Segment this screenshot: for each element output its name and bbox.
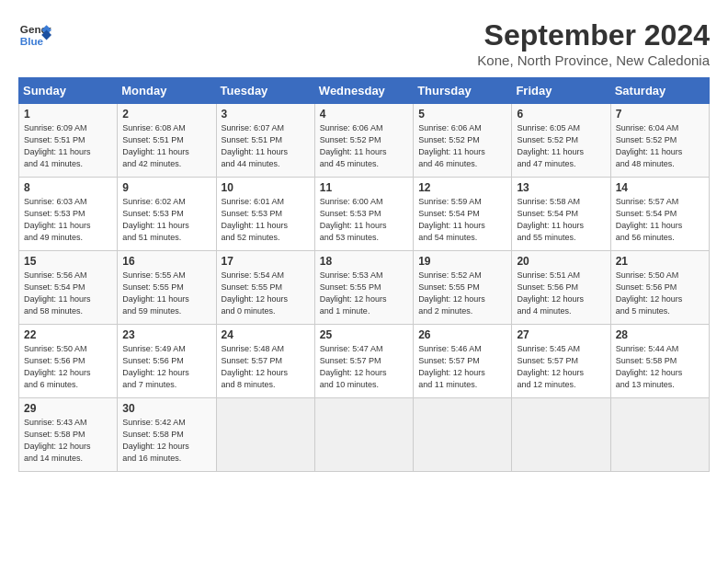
- day-info: Sunrise: 6:06 AM Sunset: 5:52 PM Dayligh…: [320, 122, 408, 170]
- header: General Blue General Blue September 2024…: [18, 18, 710, 68]
- svg-text:Blue: Blue: [20, 35, 44, 47]
- day-info: Sunrise: 6:04 AM Sunset: 5:52 PM Dayligh…: [616, 122, 704, 170]
- day-info: Sunrise: 5:59 AM Sunset: 5:54 PM Dayligh…: [418, 196, 506, 244]
- calendar-day-cell: 15Sunrise: 5:56 AM Sunset: 5:54 PM Dayli…: [19, 251, 118, 325]
- day-info: Sunrise: 5:46 AM Sunset: 5:57 PM Dayligh…: [418, 343, 506, 391]
- calendar-day-cell: 29Sunrise: 5:43 AM Sunset: 5:58 PM Dayli…: [19, 398, 118, 472]
- weekday-header-monday: Monday: [118, 78, 216, 104]
- weekday-header-friday: Friday: [512, 78, 610, 104]
- day-number: 30: [122, 402, 210, 415]
- day-number: 16: [122, 255, 210, 268]
- day-info: Sunrise: 5:56 AM Sunset: 5:54 PM Dayligh…: [24, 270, 112, 317]
- calendar-day-cell: 27Sunrise: 5:45 AM Sunset: 5:57 PM Dayli…: [512, 325, 610, 398]
- day-number: 8: [24, 181, 112, 194]
- calendar-body: 1Sunrise: 6:09 AM Sunset: 5:51 PM Daylig…: [19, 104, 710, 472]
- calendar-day-cell: 26Sunrise: 5:46 AM Sunset: 5:57 PM Dayli…: [414, 325, 512, 398]
- day-info: Sunrise: 6:00 AM Sunset: 5:53 PM Dayligh…: [320, 196, 408, 244]
- calendar-day-cell: 5Sunrise: 6:06 AM Sunset: 5:52 PM Daylig…: [414, 104, 512, 178]
- calendar-day-cell: 23Sunrise: 5:49 AM Sunset: 5:56 PM Dayli…: [118, 325, 216, 398]
- calendar-day-cell: 9Sunrise: 6:02 AM Sunset: 5:53 PM Daylig…: [118, 178, 216, 251]
- calendar-week-row: 8Sunrise: 6:03 AM Sunset: 5:53 PM Daylig…: [19, 178, 710, 251]
- day-info: Sunrise: 6:07 AM Sunset: 5:51 PM Dayligh…: [222, 122, 310, 170]
- calendar-day-cell: [414, 398, 512, 472]
- calendar-day-cell: 12Sunrise: 5:59 AM Sunset: 5:54 PM Dayli…: [414, 178, 512, 251]
- day-info: Sunrise: 5:55 AM Sunset: 5:55 PM Dayligh…: [122, 270, 210, 317]
- day-number: 28: [616, 328, 704, 341]
- day-number: 5: [418, 108, 506, 121]
- calendar-day-cell: 22Sunrise: 5:50 AM Sunset: 5:56 PM Dayli…: [19, 325, 118, 398]
- weekday-header-thursday: Thursday: [414, 78, 512, 104]
- day-info: Sunrise: 5:57 AM Sunset: 5:54 PM Dayligh…: [616, 196, 704, 244]
- calendar-day-cell: [610, 398, 709, 472]
- weekday-header-wednesday: Wednesday: [314, 78, 413, 104]
- calendar-day-cell: [216, 398, 314, 472]
- day-info: Sunrise: 5:44 AM Sunset: 5:58 PM Dayligh…: [616, 343, 704, 391]
- day-number: 25: [320, 328, 408, 341]
- calendar-day-cell: 30Sunrise: 5:42 AM Sunset: 5:58 PM Dayli…: [118, 398, 216, 472]
- calendar-day-cell: [512, 398, 610, 472]
- calendar-day-cell: 2Sunrise: 6:08 AM Sunset: 5:51 PM Daylig…: [118, 104, 216, 178]
- calendar-day-cell: 1Sunrise: 6:09 AM Sunset: 5:51 PM Daylig…: [19, 104, 118, 178]
- logo-icon: General Blue: [18, 18, 51, 52]
- calendar-day-cell: 4Sunrise: 6:06 AM Sunset: 5:52 PM Daylig…: [314, 104, 413, 178]
- calendar-week-row: 29Sunrise: 5:43 AM Sunset: 5:58 PM Dayli…: [19, 398, 710, 472]
- calendar-day-cell: 25Sunrise: 5:47 AM Sunset: 5:57 PM Dayli…: [314, 325, 413, 398]
- day-info: Sunrise: 6:03 AM Sunset: 5:53 PM Dayligh…: [24, 196, 112, 244]
- day-number: 13: [517, 181, 605, 194]
- day-info: Sunrise: 5:50 AM Sunset: 5:56 PM Dayligh…: [24, 343, 112, 391]
- day-info: Sunrise: 5:52 AM Sunset: 5:55 PM Dayligh…: [418, 270, 506, 317]
- day-info: Sunrise: 6:06 AM Sunset: 5:52 PM Dayligh…: [418, 122, 506, 170]
- weekday-header-saturday: Saturday: [610, 78, 709, 104]
- day-info: Sunrise: 5:48 AM Sunset: 5:57 PM Dayligh…: [222, 343, 310, 391]
- day-info: Sunrise: 6:08 AM Sunset: 5:51 PM Dayligh…: [122, 122, 210, 170]
- day-info: Sunrise: 5:45 AM Sunset: 5:57 PM Dayligh…: [517, 343, 605, 391]
- day-number: 21: [616, 255, 704, 268]
- calendar-day-cell: 16Sunrise: 5:55 AM Sunset: 5:55 PM Dayli…: [118, 251, 216, 325]
- calendar-day-cell: 18Sunrise: 5:53 AM Sunset: 5:55 PM Dayli…: [314, 251, 413, 325]
- day-info: Sunrise: 5:43 AM Sunset: 5:58 PM Dayligh…: [24, 417, 112, 465]
- weekday-header-tuesday: Tuesday: [216, 78, 314, 104]
- day-number: 20: [517, 255, 605, 268]
- calendar-day-cell: 14Sunrise: 5:57 AM Sunset: 5:54 PM Dayli…: [610, 178, 709, 251]
- calendar-table: SundayMondayTuesdayWednesdayThursdayFrid…: [18, 77, 710, 472]
- day-number: 7: [616, 108, 704, 121]
- day-number: 14: [616, 181, 704, 194]
- day-info: Sunrise: 5:50 AM Sunset: 5:56 PM Dayligh…: [616, 270, 704, 317]
- day-number: 1: [24, 108, 112, 121]
- calendar-subtitle: Kone, North Province, New Caledonia: [477, 52, 710, 68]
- calendar-week-row: 22Sunrise: 5:50 AM Sunset: 5:56 PM Dayli…: [19, 325, 710, 398]
- title-area: September 2024 Kone, North Province, New…: [477, 18, 710, 68]
- calendar-day-cell: 8Sunrise: 6:03 AM Sunset: 5:53 PM Daylig…: [19, 178, 118, 251]
- calendar-day-cell: 24Sunrise: 5:48 AM Sunset: 5:57 PM Dayli…: [216, 325, 314, 398]
- day-number: 23: [122, 328, 210, 341]
- day-info: Sunrise: 5:58 AM Sunset: 5:54 PM Dayligh…: [517, 196, 605, 244]
- day-info: Sunrise: 5:42 AM Sunset: 5:58 PM Dayligh…: [122, 417, 210, 465]
- day-number: 4: [320, 108, 408, 121]
- day-number: 29: [24, 402, 112, 415]
- day-number: 27: [517, 328, 605, 341]
- day-number: 22: [24, 328, 112, 341]
- day-info: Sunrise: 5:53 AM Sunset: 5:55 PM Dayligh…: [320, 270, 408, 317]
- calendar-week-row: 1Sunrise: 6:09 AM Sunset: 5:51 PM Daylig…: [19, 104, 710, 178]
- day-number: 12: [418, 181, 506, 194]
- day-number: 9: [122, 181, 210, 194]
- calendar-day-cell: 28Sunrise: 5:44 AM Sunset: 5:58 PM Dayli…: [610, 325, 709, 398]
- day-number: 11: [320, 181, 408, 194]
- calendar-day-cell: [314, 398, 413, 472]
- day-info: Sunrise: 6:09 AM Sunset: 5:51 PM Dayligh…: [24, 122, 112, 170]
- calendar-day-cell: 21Sunrise: 5:50 AM Sunset: 5:56 PM Dayli…: [610, 251, 709, 325]
- day-info: Sunrise: 6:02 AM Sunset: 5:53 PM Dayligh…: [122, 196, 210, 244]
- calendar-day-cell: 7Sunrise: 6:04 AM Sunset: 5:52 PM Daylig…: [610, 104, 709, 178]
- day-info: Sunrise: 5:49 AM Sunset: 5:56 PM Dayligh…: [122, 343, 210, 391]
- day-info: Sunrise: 6:01 AM Sunset: 5:53 PM Dayligh…: [222, 196, 310, 244]
- day-number: 17: [222, 255, 310, 268]
- day-info: Sunrise: 5:54 AM Sunset: 5:55 PM Dayligh…: [222, 270, 310, 317]
- day-number: 6: [517, 108, 605, 121]
- weekday-header-row: SundayMondayTuesdayWednesdayThursdayFrid…: [19, 78, 710, 104]
- day-number: 15: [24, 255, 112, 268]
- calendar-day-cell: 10Sunrise: 6:01 AM Sunset: 5:53 PM Dayli…: [216, 178, 314, 251]
- day-number: 2: [122, 108, 210, 121]
- calendar-day-cell: 6Sunrise: 6:05 AM Sunset: 5:52 PM Daylig…: [512, 104, 610, 178]
- calendar-day-cell: 17Sunrise: 5:54 AM Sunset: 5:55 PM Dayli…: [216, 251, 314, 325]
- day-number: 26: [418, 328, 506, 341]
